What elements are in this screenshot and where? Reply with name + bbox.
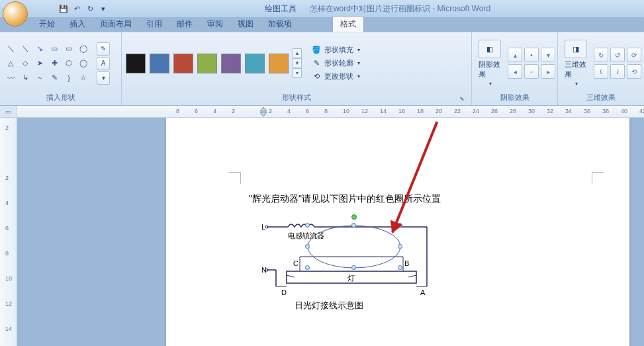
tilt-icon[interactable]: ↺: [610, 48, 625, 62]
pen-icon: ✎: [311, 58, 322, 69]
undo-icon[interactable]: ↶: [71, 3, 82, 14]
horizontal-ruler[interactable]: 8642246810121416182022242628303234363840…: [17, 106, 644, 117]
tilt-icon[interactable]: ↻: [594, 48, 608, 62]
resize-handle[interactable]: [305, 244, 310, 249]
tilt-icon[interactable]: ⤸: [610, 64, 625, 79]
resize-handle[interactable]: [305, 265, 310, 270]
group-label: 阴影效果: [476, 91, 553, 104]
tab-references[interactable]: 引用: [139, 17, 169, 32]
edit-shape-icon[interactable]: ✎: [97, 42, 110, 56]
shape-oval[interactable]: ◯: [77, 42, 90, 56]
tab-review[interactable]: 审阅: [200, 17, 230, 32]
style-swatch[interactable]: [197, 54, 217, 73]
tab-insert[interactable]: 插入: [62, 17, 93, 32]
style-swatch[interactable]: [126, 54, 146, 73]
tilt-icon[interactable]: ⟲: [627, 64, 641, 79]
cube-icon: ◨: [565, 40, 587, 58]
svg-line-16: [408, 275, 416, 277]
nudge-right-icon[interactable]: ▸: [541, 64, 555, 79]
text-box-icon[interactable]: A: [97, 57, 110, 70]
shape-freeform[interactable]: ~: [33, 71, 46, 85]
title-bar: 💾 ↶ ↻ ▾ 绘图工具 怎样在word中对图片进行画圈标识 - Microso…: [0, 0, 644, 17]
vertical-ruler[interactable]: 22468101214: [0, 118, 17, 346]
ribbon-tabs: 开始 插入 页面布局 引用 邮件 审阅 视图 加载项 格式: [0, 17, 644, 32]
save-icon[interactable]: 💾: [58, 3, 69, 14]
shape-arrow-r[interactable]: ➤: [33, 57, 46, 70]
nudge-up-icon[interactable]: ▴: [508, 48, 522, 62]
shape-rect[interactable]: ▭: [48, 42, 61, 56]
tab-view[interactable]: 视图: [230, 17, 261, 32]
gallery-more-icon[interactable]: ▾: [293, 68, 302, 78]
style-swatch[interactable]: [173, 54, 193, 73]
shape-plus[interactable]: ✚: [48, 57, 61, 70]
shape-scribble[interactable]: ✎: [48, 71, 61, 85]
style-swatch[interactable]: [269, 54, 289, 73]
indent-marker-icon[interactable]: [260, 107, 267, 116]
nudge-down-icon[interactable]: ▾: [541, 48, 555, 62]
tab-addins[interactable]: 加载项: [261, 17, 299, 32]
style-swatch[interactable]: [150, 54, 169, 73]
svg-line-15: [287, 275, 295, 277]
shape-rect2[interactable]: ▭: [62, 42, 75, 56]
office-button[interactable]: [3, 1, 28, 26]
qat-dropdown-icon[interactable]: ▾: [98, 3, 109, 14]
group-shadow: ◧ 阴影效果▾ ▴ • ▾ ◂ ▫ ▸ 阴影效果: [472, 32, 558, 105]
canvas[interactable]: "辉光启动器"请见以下图片中的红色圈所示位置 L 电感镇流器 N: [17, 118, 644, 346]
contextual-tab-title: 绘图工具: [265, 3, 297, 15]
nudge-icon[interactable]: •: [524, 48, 539, 62]
shape-fill-button[interactable]: 🪣形状填充▾: [310, 44, 361, 56]
tab-page-layout[interactable]: 页面布局: [93, 17, 139, 32]
style-swatch[interactable]: [245, 54, 265, 73]
resize-handle[interactable]: [398, 244, 402, 249]
svg-text:L: L: [261, 223, 265, 231]
shape-curve[interactable]: 〰: [4, 71, 17, 85]
tab-format[interactable]: 格式: [332, 16, 364, 32]
resize-handle[interactable]: [351, 265, 356, 270]
resize-handle[interactable]: [398, 265, 402, 270]
tilt-icon[interactable]: ⟳: [627, 48, 641, 62]
resize-handle[interactable]: [351, 223, 356, 228]
svg-marker-0: [260, 112, 267, 116]
group-label: 三维效果: [562, 91, 640, 104]
resize-handle[interactable]: [305, 223, 310, 228]
style-swatch[interactable]: [221, 54, 241, 73]
gallery-up-icon[interactable]: ▲: [293, 48, 302, 58]
tab-home[interactable]: 开始: [32, 17, 62, 32]
tilt-icon[interactable]: ⤹: [594, 64, 608, 79]
rotate-handle[interactable]: [351, 214, 357, 220]
3d-effects-button[interactable]: ◨ 三维效果▾: [562, 38, 590, 88]
ribbon: ＼ ＼ ↘ ▭ ▭ ◯ △ ◇ ➤ ✚ ⬡ ◯ 〰 ↳ ~ ✎ } ☆ ✎: [0, 32, 644, 106]
gallery-down-icon[interactable]: ▼: [293, 58, 302, 68]
quick-access-toolbar: 💾 ↶ ↻ ▾: [32, 3, 111, 14]
change-shape-button[interactable]: ⟲更改形状▾: [310, 71, 361, 83]
nudge-left-icon[interactable]: ◂: [508, 64, 522, 79]
more-shapes-icon[interactable]: ▾: [97, 71, 110, 85]
svg-text:A: A: [420, 288, 426, 296]
shape-outline-button[interactable]: ✎形状轮廓▾: [310, 58, 361, 69]
shape-diamond[interactable]: ◇: [19, 57, 32, 70]
svg-text:D: D: [281, 288, 287, 296]
shape-hex[interactable]: ⬡: [62, 57, 75, 70]
tab-mailings[interactable]: 邮件: [169, 17, 200, 32]
shape-brace[interactable]: }: [62, 71, 75, 85]
shape-line[interactable]: ＼: [4, 42, 17, 56]
change-icon: ⟲: [311, 71, 322, 82]
dialog-launcher-icon[interactable]: ⬊: [458, 95, 466, 103]
shape-arrow[interactable]: ↘: [33, 42, 46, 56]
document-title: 怎样在word中对图片进行画圈标识 - Microsoft Word: [310, 3, 490, 15]
shadow-icon: ◧: [479, 40, 501, 58]
shape-star[interactable]: ☆: [77, 71, 90, 85]
shape-triangle[interactable]: △: [4, 57, 17, 70]
shadow-effects-button[interactable]: ◧ 阴影效果▾: [476, 38, 504, 88]
group-label: 形状样式⬊: [126, 91, 467, 104]
page[interactable]: "辉光启动器"请见以下图片中的红色圈所示位置 L 电感镇流器 N: [166, 118, 629, 346]
svg-text:N: N: [261, 266, 267, 274]
shape-round[interactable]: ◯: [77, 57, 90, 70]
redo-icon[interactable]: ↻: [85, 3, 95, 14]
ruler-corner[interactable]: ▭: [0, 106, 17, 117]
nudge-center-icon[interactable]: ▫: [524, 64, 539, 79]
shape-line2[interactable]: ＼: [19, 42, 32, 56]
shape-connector[interactable]: ↳: [19, 71, 32, 85]
svg-text:B: B: [404, 259, 409, 267]
shapes-gallery[interactable]: ＼ ＼ ↘ ▭ ▭ ◯ △ ◇ ➤ ✚ ⬡ ◯ 〰 ↳ ~ ✎ } ☆: [4, 42, 90, 85]
